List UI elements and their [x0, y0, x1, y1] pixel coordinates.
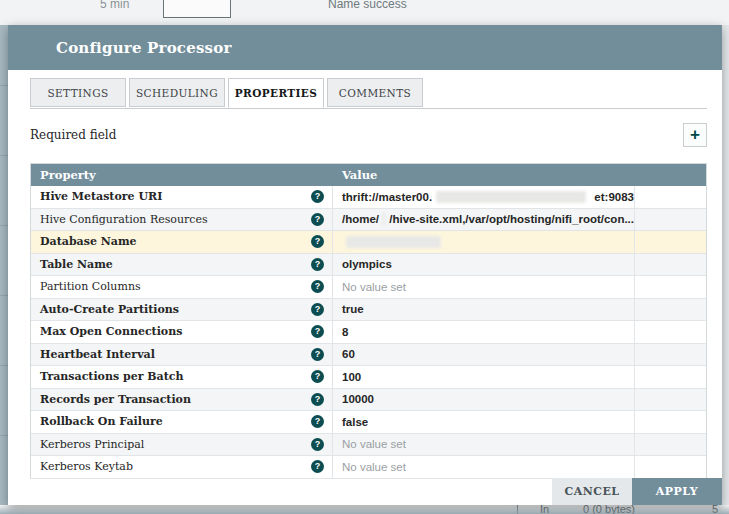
property-value-cell[interactable]: 10000 [333, 389, 635, 411]
cancel-button[interactable]: CANCEL [552, 478, 632, 505]
row-spacer-cell [635, 299, 706, 321]
table-row: Kerberos Keytab?No value set [31, 456, 706, 479]
required-field-label: Required field [30, 128, 116, 142]
table-row: Rollback On Failure?false [31, 411, 706, 434]
tab-scheduling[interactable]: SCHEDULING [129, 78, 225, 107]
help-icon[interactable]: ? [311, 460, 324, 473]
help-icon[interactable]: ? [311, 438, 324, 451]
property-name: Heartbeat Interval [40, 348, 155, 361]
canvas-background-top: 5 min Name success [0, 0, 729, 25]
help-icon[interactable]: ? [311, 280, 324, 293]
row-spacer-cell [635, 344, 706, 366]
canvas-background-bottom: In 0 (0 bytes) 5 m [0, 505, 729, 514]
property-value-text: 10000 [342, 393, 374, 405]
property-value-cell[interactable]: No value set [333, 456, 635, 478]
property-value-cell[interactable] [333, 231, 635, 253]
property-value-cell[interactable]: thrift://master00.et:9083 [333, 186, 635, 208]
help-icon[interactable]: ? [311, 393, 324, 406]
property-value-cell[interactable]: 8 [333, 321, 635, 343]
help-icon[interactable]: ? [311, 190, 324, 203]
row-spacer-cell [635, 186, 706, 208]
property-value-text: No value set [342, 438, 406, 450]
help-icon[interactable]: ? [311, 415, 324, 428]
canvas-stat-text: 5 min [100, 0, 129, 11]
properties-table-body: Hive Metastore URI?thrift://master00.et:… [31, 186, 706, 479]
row-spacer-cell [635, 254, 706, 276]
tab-comments[interactable]: COMMENTS [327, 78, 423, 107]
property-value-cell[interactable]: /home//hive-site.xml,/var/opt/hosting/ni… [333, 209, 635, 231]
property-name: Kerberos Principal [40, 438, 144, 451]
property-name-cell: Kerberos Principal? [31, 434, 333, 456]
dialog-header: Configure Processor [8, 25, 722, 70]
canvas-background-right [722, 25, 729, 505]
table-row: Transactions per Batch?100 [31, 366, 706, 389]
canvas-background-left [0, 25, 8, 505]
properties-table: Property Value Hive Metastore URI?thrift… [30, 163, 707, 479]
property-name: Rollback On Failure [40, 415, 163, 428]
row-spacer-cell [635, 411, 706, 433]
property-value-cell[interactable]: false [333, 411, 635, 433]
redacted-value [346, 236, 441, 248]
row-spacer-cell [635, 366, 706, 388]
tab-settings[interactable]: SETTINGS [30, 78, 126, 107]
row-spacer-cell [635, 389, 706, 411]
dialog-footer: CANCEL APPLY [552, 478, 722, 505]
table-row: Partition Columns?No value set [31, 276, 706, 299]
table-toolbar: Required field + [30, 115, 707, 155]
property-value-cell[interactable]: true [333, 299, 635, 321]
property-value-text: /home/ [342, 213, 379, 225]
help-icon[interactable]: ? [311, 235, 324, 248]
redacted-value [383, 213, 385, 225]
table-row: Hive Configuration Resources?/home//hive… [31, 209, 706, 232]
property-value-cell[interactable]: 100 [333, 366, 635, 388]
add-property-button[interactable]: + [683, 123, 707, 147]
connection-label: Name success [328, 0, 407, 11]
property-value-text: 100 [342, 371, 361, 383]
configure-processor-dialog: Configure Processor SETTINGSSCHEDULINGPR… [8, 25, 722, 505]
row-spacer-cell [635, 434, 706, 456]
property-value-text: No value set [342, 461, 406, 473]
property-value-text: 60 [342, 348, 355, 360]
property-name-cell: Rollback On Failure? [31, 411, 333, 433]
row-spacer-cell [635, 276, 706, 298]
property-value-cell[interactable]: olympics [333, 254, 635, 276]
table-row: Database Name? [31, 231, 706, 254]
help-icon[interactable]: ? [311, 258, 324, 271]
table-row: Kerberos Principal?No value set [31, 434, 706, 457]
tab-properties[interactable]: PROPERTIES [228, 78, 324, 108]
property-value-cell[interactable]: No value set [333, 434, 635, 456]
property-name: Hive Configuration Resources [40, 213, 208, 226]
property-value-text: true [342, 303, 364, 315]
property-name: Kerberos Keytab [40, 460, 133, 473]
help-icon[interactable]: ? [311, 325, 324, 338]
property-name: Database Name [40, 235, 137, 248]
property-name: Hive Metastore URI [40, 190, 162, 203]
table-row: Auto-Create Partitions?true [31, 299, 706, 322]
help-icon[interactable]: ? [311, 303, 324, 316]
plus-icon: + [690, 125, 700, 144]
property-name-cell: Hive Metastore URI? [31, 186, 333, 208]
property-name: Records per Transaction [40, 393, 191, 406]
row-spacer-cell [635, 321, 706, 343]
property-name: Table Name [40, 258, 113, 271]
help-icon[interactable]: ? [311, 370, 324, 383]
column-header-property: Property [31, 168, 333, 182]
property-value-text: olympics [342, 258, 392, 270]
property-name-cell: Kerberos Keytab? [31, 456, 333, 478]
property-name-cell: Database Name? [31, 231, 333, 253]
property-name: Max Open Connections [40, 325, 182, 338]
property-name-cell: Transactions per Batch? [31, 366, 333, 388]
apply-button[interactable]: APPLY [632, 478, 722, 505]
property-name-cell: Max Open Connections? [31, 321, 333, 343]
property-value-text: false [342, 416, 368, 428]
table-row: Records per Transaction?10000 [31, 389, 706, 412]
row-spacer-cell [635, 231, 706, 253]
tab-bar: SETTINGSSCHEDULINGPROPERTIESCOMMENTS [30, 78, 707, 109]
canvas-node [163, 0, 231, 18]
property-value-cell[interactable]: 60 [333, 344, 635, 366]
redacted-value [436, 191, 586, 203]
help-icon[interactable]: ? [311, 213, 324, 226]
properties-table-header: Property Value [31, 164, 706, 186]
property-value-cell[interactable]: No value set [333, 276, 635, 298]
help-icon[interactable]: ? [311, 348, 324, 361]
